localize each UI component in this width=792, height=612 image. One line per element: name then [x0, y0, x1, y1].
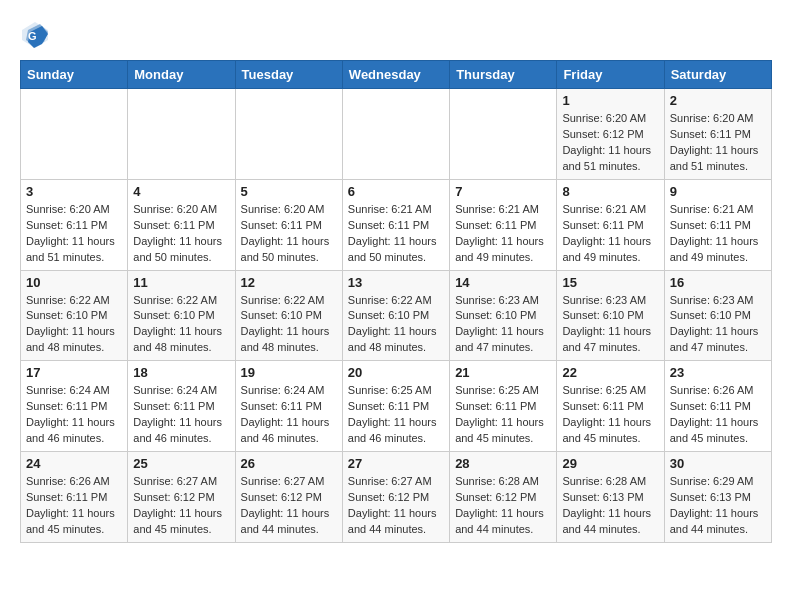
day-info: Sunrise: 6:20 AM Sunset: 6:11 PM Dayligh… [241, 202, 337, 266]
weekday-header: Wednesday [342, 61, 449, 89]
calendar-cell: 12Sunrise: 6:22 AM Sunset: 6:10 PM Dayli… [235, 270, 342, 361]
day-info: Sunrise: 6:21 AM Sunset: 6:11 PM Dayligh… [455, 202, 551, 266]
calendar-cell [450, 89, 557, 180]
day-number: 16 [670, 275, 766, 290]
day-number: 2 [670, 93, 766, 108]
calendar-cell: 19Sunrise: 6:24 AM Sunset: 6:11 PM Dayli… [235, 361, 342, 452]
day-info: Sunrise: 6:27 AM Sunset: 6:12 PM Dayligh… [241, 474, 337, 538]
day-number: 5 [241, 184, 337, 199]
day-info: Sunrise: 6:27 AM Sunset: 6:12 PM Dayligh… [133, 474, 229, 538]
calendar-cell: 11Sunrise: 6:22 AM Sunset: 6:10 PM Dayli… [128, 270, 235, 361]
calendar-header-row: SundayMondayTuesdayWednesdayThursdayFrid… [21, 61, 772, 89]
weekday-header: Saturday [664, 61, 771, 89]
day-number: 17 [26, 365, 122, 380]
day-info: Sunrise: 6:24 AM Sunset: 6:11 PM Dayligh… [241, 383, 337, 447]
day-info: Sunrise: 6:20 AM Sunset: 6:11 PM Dayligh… [670, 111, 766, 175]
day-number: 6 [348, 184, 444, 199]
day-number: 22 [562, 365, 658, 380]
day-info: Sunrise: 6:20 AM Sunset: 6:11 PM Dayligh… [133, 202, 229, 266]
day-number: 26 [241, 456, 337, 471]
calendar-cell: 5Sunrise: 6:20 AM Sunset: 6:11 PM Daylig… [235, 179, 342, 270]
day-info: Sunrise: 6:22 AM Sunset: 6:10 PM Dayligh… [133, 293, 229, 357]
day-number: 30 [670, 456, 766, 471]
day-info: Sunrise: 6:23 AM Sunset: 6:10 PM Dayligh… [562, 293, 658, 357]
page-header: G [20, 20, 772, 50]
day-info: Sunrise: 6:28 AM Sunset: 6:13 PM Dayligh… [562, 474, 658, 538]
day-info: Sunrise: 6:26 AM Sunset: 6:11 PM Dayligh… [26, 474, 122, 538]
calendar-cell: 23Sunrise: 6:26 AM Sunset: 6:11 PM Dayli… [664, 361, 771, 452]
day-info: Sunrise: 6:25 AM Sunset: 6:11 PM Dayligh… [455, 383, 551, 447]
weekday-header: Thursday [450, 61, 557, 89]
calendar-cell: 10Sunrise: 6:22 AM Sunset: 6:10 PM Dayli… [21, 270, 128, 361]
calendar-cell: 30Sunrise: 6:29 AM Sunset: 6:13 PM Dayli… [664, 452, 771, 543]
calendar-cell [342, 89, 449, 180]
day-number: 25 [133, 456, 229, 471]
calendar-cell: 15Sunrise: 6:23 AM Sunset: 6:10 PM Dayli… [557, 270, 664, 361]
calendar-cell: 3Sunrise: 6:20 AM Sunset: 6:11 PM Daylig… [21, 179, 128, 270]
day-info: Sunrise: 6:22 AM Sunset: 6:10 PM Dayligh… [26, 293, 122, 357]
calendar-cell: 7Sunrise: 6:21 AM Sunset: 6:11 PM Daylig… [450, 179, 557, 270]
calendar-table: SundayMondayTuesdayWednesdayThursdayFrid… [20, 60, 772, 543]
calendar-cell: 9Sunrise: 6:21 AM Sunset: 6:11 PM Daylig… [664, 179, 771, 270]
weekday-header: Sunday [21, 61, 128, 89]
calendar-cell: 16Sunrise: 6:23 AM Sunset: 6:10 PM Dayli… [664, 270, 771, 361]
day-info: Sunrise: 6:24 AM Sunset: 6:11 PM Dayligh… [133, 383, 229, 447]
day-info: Sunrise: 6:20 AM Sunset: 6:12 PM Dayligh… [562, 111, 658, 175]
day-info: Sunrise: 6:25 AM Sunset: 6:11 PM Dayligh… [562, 383, 658, 447]
day-number: 9 [670, 184, 766, 199]
calendar-cell: 22Sunrise: 6:25 AM Sunset: 6:11 PM Dayli… [557, 361, 664, 452]
logo: G [20, 20, 54, 50]
day-number: 11 [133, 275, 229, 290]
day-info: Sunrise: 6:29 AM Sunset: 6:13 PM Dayligh… [670, 474, 766, 538]
day-info: Sunrise: 6:28 AM Sunset: 6:12 PM Dayligh… [455, 474, 551, 538]
calendar-cell: 18Sunrise: 6:24 AM Sunset: 6:11 PM Dayli… [128, 361, 235, 452]
day-number: 1 [562, 93, 658, 108]
calendar-cell [21, 89, 128, 180]
calendar-cell: 26Sunrise: 6:27 AM Sunset: 6:12 PM Dayli… [235, 452, 342, 543]
calendar-cell: 27Sunrise: 6:27 AM Sunset: 6:12 PM Dayli… [342, 452, 449, 543]
day-number: 10 [26, 275, 122, 290]
day-number: 19 [241, 365, 337, 380]
calendar-week-row: 3Sunrise: 6:20 AM Sunset: 6:11 PM Daylig… [21, 179, 772, 270]
day-info: Sunrise: 6:21 AM Sunset: 6:11 PM Dayligh… [348, 202, 444, 266]
day-number: 24 [26, 456, 122, 471]
calendar-cell [128, 89, 235, 180]
calendar-week-row: 10Sunrise: 6:22 AM Sunset: 6:10 PM Dayli… [21, 270, 772, 361]
day-number: 29 [562, 456, 658, 471]
day-number: 21 [455, 365, 551, 380]
day-info: Sunrise: 6:22 AM Sunset: 6:10 PM Dayligh… [348, 293, 444, 357]
calendar-cell: 21Sunrise: 6:25 AM Sunset: 6:11 PM Dayli… [450, 361, 557, 452]
day-info: Sunrise: 6:21 AM Sunset: 6:11 PM Dayligh… [670, 202, 766, 266]
day-info: Sunrise: 6:20 AM Sunset: 6:11 PM Dayligh… [26, 202, 122, 266]
calendar-week-row: 1Sunrise: 6:20 AM Sunset: 6:12 PM Daylig… [21, 89, 772, 180]
calendar-cell: 25Sunrise: 6:27 AM Sunset: 6:12 PM Dayli… [128, 452, 235, 543]
logo-icon: G [20, 20, 50, 50]
day-number: 28 [455, 456, 551, 471]
day-number: 7 [455, 184, 551, 199]
calendar-cell: 13Sunrise: 6:22 AM Sunset: 6:10 PM Dayli… [342, 270, 449, 361]
calendar-cell: 17Sunrise: 6:24 AM Sunset: 6:11 PM Dayli… [21, 361, 128, 452]
day-number: 13 [348, 275, 444, 290]
calendar-body: 1Sunrise: 6:20 AM Sunset: 6:12 PM Daylig… [21, 89, 772, 543]
day-info: Sunrise: 6:25 AM Sunset: 6:11 PM Dayligh… [348, 383, 444, 447]
calendar-cell: 8Sunrise: 6:21 AM Sunset: 6:11 PM Daylig… [557, 179, 664, 270]
calendar-cell: 20Sunrise: 6:25 AM Sunset: 6:11 PM Dayli… [342, 361, 449, 452]
day-info: Sunrise: 6:24 AM Sunset: 6:11 PM Dayligh… [26, 383, 122, 447]
calendar-cell: 6Sunrise: 6:21 AM Sunset: 6:11 PM Daylig… [342, 179, 449, 270]
weekday-header: Tuesday [235, 61, 342, 89]
day-number: 12 [241, 275, 337, 290]
day-number: 15 [562, 275, 658, 290]
svg-text:G: G [28, 30, 37, 42]
day-info: Sunrise: 6:23 AM Sunset: 6:10 PM Dayligh… [670, 293, 766, 357]
calendar-week-row: 17Sunrise: 6:24 AM Sunset: 6:11 PM Dayli… [21, 361, 772, 452]
day-info: Sunrise: 6:22 AM Sunset: 6:10 PM Dayligh… [241, 293, 337, 357]
weekday-header: Friday [557, 61, 664, 89]
calendar-cell: 24Sunrise: 6:26 AM Sunset: 6:11 PM Dayli… [21, 452, 128, 543]
day-number: 27 [348, 456, 444, 471]
calendar-cell: 4Sunrise: 6:20 AM Sunset: 6:11 PM Daylig… [128, 179, 235, 270]
weekday-header: Monday [128, 61, 235, 89]
day-info: Sunrise: 6:23 AM Sunset: 6:10 PM Dayligh… [455, 293, 551, 357]
day-info: Sunrise: 6:27 AM Sunset: 6:12 PM Dayligh… [348, 474, 444, 538]
calendar-cell [235, 89, 342, 180]
day-info: Sunrise: 6:26 AM Sunset: 6:11 PM Dayligh… [670, 383, 766, 447]
